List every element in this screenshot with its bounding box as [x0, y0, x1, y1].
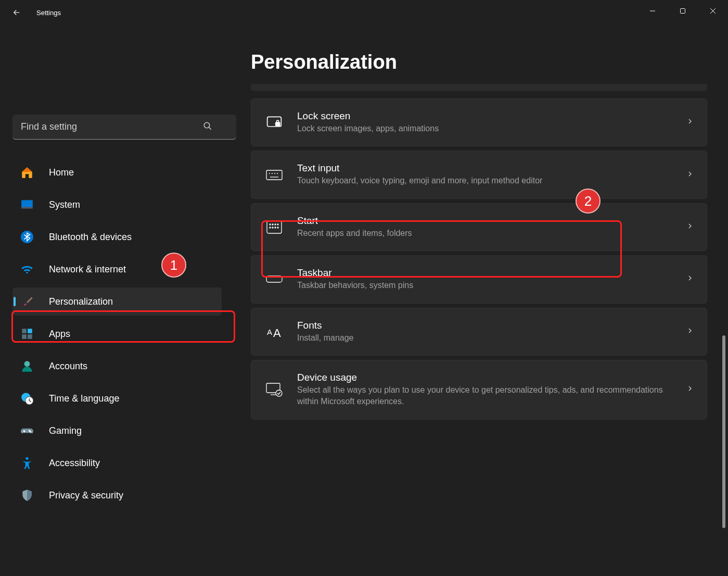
- page-title: Personalization: [251, 51, 707, 73]
- chevron-right-icon: [686, 384, 694, 395]
- card-start[interactable]: Start Recent apps and items, folders: [251, 203, 707, 251]
- sidebar-item-bluetooth[interactable]: Bluetooth & devices: [12, 223, 222, 251]
- bluetooth-icon: [20, 230, 34, 244]
- search-input[interactable]: [12, 115, 236, 140]
- sidebar-item-label: Home: [49, 167, 74, 178]
- sidebar-item-label: Network & internet: [49, 264, 126, 275]
- sidebar-item-label: Gaming: [49, 425, 82, 436]
- keyboard-icon: [264, 165, 285, 185]
- close-button[interactable]: [698, 0, 728, 22]
- close-icon: [710, 8, 716, 14]
- card-taskbar[interactable]: Taskbar Taskbar behaviors, system pins: [251, 255, 707, 303]
- sidebar-item-time-language[interactable]: Time & language: [12, 384, 222, 412]
- window-controls: [637, 0, 728, 22]
- svg-text:A: A: [267, 328, 272, 336]
- sidebar-item-label: Accessibility: [49, 458, 100, 469]
- svg-point-18: [25, 457, 28, 460]
- svg-rect-11: [22, 334, 27, 339]
- card-peek[interactable]: [251, 84, 707, 91]
- wifi-icon: [20, 262, 34, 277]
- sidebar: Home System Bluetooth & devices Network …: [0, 25, 234, 576]
- card-subtitle: Install, manage: [297, 332, 680, 344]
- card-subtitle: Taskbar behaviors, system pins: [297, 280, 680, 291]
- svg-rect-1: [681, 9, 685, 14]
- gamepad-icon: [20, 423, 34, 438]
- accessibility-icon: [20, 456, 34, 470]
- app-title: Settings: [36, 9, 61, 17]
- nav-list: Home System Bluetooth & devices Network …: [12, 158, 222, 509]
- lock-screen-icon: [264, 112, 285, 133]
- svg-point-35: [277, 227, 278, 228]
- card-subtitle: Select all the ways you plan to use your…: [297, 384, 680, 408]
- svg-rect-20: [276, 122, 280, 126]
- sidebar-item-personalization[interactable]: Personalization: [12, 287, 222, 316]
- card-title: Device usage: [297, 372, 680, 383]
- sidebar-item-label: Bluetooth & devices: [49, 232, 132, 243]
- maximize-icon: [680, 8, 686, 14]
- svg-point-13: [24, 361, 30, 367]
- svg-rect-7: [21, 207, 33, 208]
- card-lock-screen[interactable]: Lock screen Lock screen images, apps, an…: [251, 98, 707, 146]
- svg-point-28: [270, 224, 271, 225]
- sidebar-item-network[interactable]: Network & internet: [12, 255, 222, 283]
- shield-icon: [20, 488, 34, 503]
- sidebar-item-label: Privacy & security: [49, 490, 123, 501]
- svg-rect-12: [28, 334, 32, 339]
- svg-text:A: A: [273, 327, 281, 339]
- card-text-input[interactable]: Text input Touch keyboard, voice typing,…: [251, 151, 707, 198]
- sidebar-item-accessibility[interactable]: Accessibility: [12, 449, 222, 477]
- accounts-icon: [20, 359, 34, 373]
- card-subtitle: Touch keyboard, voice typing, emoji and …: [297, 175, 680, 186]
- card-device-usage[interactable]: Device usage Select all the ways you pla…: [251, 360, 707, 420]
- svg-point-30: [275, 224, 276, 225]
- search-container: [12, 115, 222, 140]
- svg-rect-9: [22, 329, 27, 333]
- sidebar-item-home[interactable]: Home: [12, 158, 222, 186]
- card-title: Taskbar: [297, 267, 680, 279]
- svg-point-31: [277, 224, 278, 225]
- taskbar-icon: [264, 269, 285, 290]
- sidebar-item-privacy[interactable]: Privacy & security: [12, 481, 222, 509]
- back-button[interactable]: [6, 2, 27, 23]
- device-usage-icon: [264, 379, 285, 400]
- svg-point-17: [30, 431, 31, 433]
- sidebar-item-label: Personalization: [49, 296, 113, 307]
- cards-list: Lock screen Lock screen images, apps, an…: [251, 98, 707, 420]
- scrollbar[interactable]: [722, 87, 725, 572]
- sidebar-item-apps[interactable]: Apps: [12, 320, 222, 348]
- home-icon: [20, 165, 34, 180]
- minimize-button[interactable]: [637, 0, 668, 22]
- card-title: Lock screen: [297, 110, 680, 122]
- card-title: Fonts: [297, 320, 680, 331]
- card-subtitle: Recent apps and items, folders: [297, 228, 680, 239]
- chevron-right-icon: [686, 170, 694, 180]
- svg-point-29: [272, 224, 273, 225]
- svg-rect-27: [267, 221, 282, 233]
- card-title: Start: [297, 215, 680, 227]
- card-subtitle: Lock screen images, apps, animations: [297, 123, 680, 134]
- apps-icon: [20, 327, 34, 341]
- paintbrush-icon: [20, 294, 34, 309]
- svg-point-33: [272, 227, 273, 228]
- chevron-right-icon: [686, 222, 694, 232]
- arrow-left-icon: [12, 8, 21, 17]
- chevron-right-icon: [686, 274, 694, 284]
- chevron-right-icon: [686, 327, 694, 337]
- svg-point-32: [270, 227, 271, 228]
- titlebar: Settings: [0, 0, 728, 25]
- svg-rect-6: [21, 200, 33, 208]
- sidebar-item-label: System: [49, 199, 80, 210]
- sidebar-item-accounts[interactable]: Accounts: [12, 352, 222, 380]
- card-fonts[interactable]: AA Fonts Install, manage: [251, 308, 707, 356]
- sidebar-item-label: Apps: [49, 329, 70, 340]
- system-icon: [20, 197, 34, 212]
- sidebar-item-gaming[interactable]: Gaming: [12, 417, 222, 445]
- maximize-button[interactable]: [668, 0, 698, 22]
- fonts-icon: AA: [264, 321, 285, 342]
- main-content: Personalization Lock screen Lock screen …: [234, 25, 728, 576]
- scrollbar-thumb[interactable]: [722, 335, 725, 528]
- sidebar-item-system[interactable]: System: [12, 191, 222, 219]
- minimize-icon: [649, 8, 656, 14]
- svg-rect-21: [266, 170, 282, 180]
- svg-rect-36: [266, 276, 282, 282]
